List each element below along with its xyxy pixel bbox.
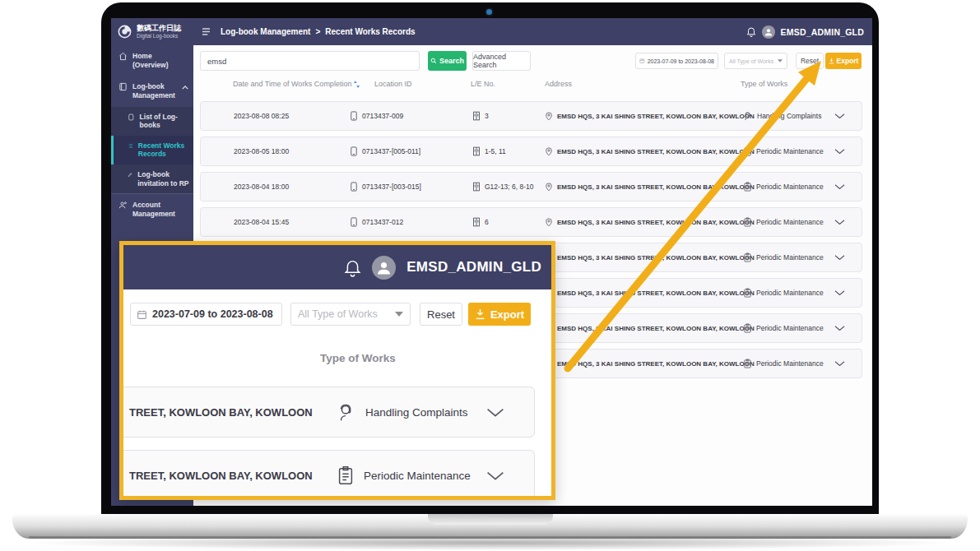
cell-location: 0713437-012 xyxy=(350,217,403,227)
periodic-maintenance-icon xyxy=(337,465,355,485)
cell-datetime: 2023-08-04 18:00 xyxy=(234,183,289,191)
column-header-datetime[interactable]: Date and Time of Works Completion xyxy=(233,80,360,88)
periodic-maintenance-icon xyxy=(743,217,752,227)
avatar[interactable] xyxy=(372,256,396,280)
sidebar-item-logbook-invitation[interactable]: Log-book invitation to RP xyxy=(111,164,193,193)
advanced-search-button[interactable]: Advanced Search xyxy=(472,51,531,71)
cell-type: Periodic Maintenance xyxy=(743,182,824,192)
handling-complaints-icon xyxy=(337,402,356,422)
sidebar-item-recent-works-records[interactable]: Recent Works Records xyxy=(111,136,193,164)
periodic-maintenance-icon xyxy=(743,182,752,192)
cell-type: Periodic Maintenance xyxy=(743,359,824,368)
cell-type: Periodic Maintenance xyxy=(364,470,471,482)
cell-address: EMSD HQS, 3 KAI SHING STREET, KOWLOON BA… xyxy=(545,217,755,227)
search-button[interactable]: Search xyxy=(428,51,467,71)
chevron-down-icon[interactable] xyxy=(834,361,845,367)
reset-label: Reset xyxy=(427,308,455,321)
logbook-icon xyxy=(118,82,128,91)
caret-down-icon xyxy=(395,312,403,317)
search-button-label: Search xyxy=(439,57,464,65)
cell-location: 0713437-[003-015] xyxy=(350,182,421,192)
search-input[interactable] xyxy=(200,51,420,71)
sort-icon xyxy=(354,81,360,88)
type-of-works-select[interactable]: All Type of Works xyxy=(724,53,787,69)
sidebar-item-account-management[interactable]: Account Management xyxy=(111,193,193,225)
calendar-icon xyxy=(137,309,147,320)
chevron-down-icon[interactable] xyxy=(834,149,845,155)
breadcrumb-current[interactable]: Recent Works Records xyxy=(325,27,415,36)
records-list-icon xyxy=(128,141,133,150)
lift-icon xyxy=(472,111,481,121)
periodic-maintenance-icon xyxy=(743,252,752,262)
reset-button[interactable]: Reset xyxy=(796,53,824,69)
date-range-value: 2023-07-09 to 2023-08-08 xyxy=(648,58,714,64)
cell-type: Periodic Maintenance xyxy=(743,146,824,156)
advanced-search-label: Advanced Search xyxy=(473,53,530,69)
sidebar-item-label: List of Log-books xyxy=(140,113,190,130)
chevron-down-icon[interactable] xyxy=(834,113,845,119)
sidebar-item-home[interactable]: Home (Overview) xyxy=(111,45,193,76)
export-button[interactable]: Export xyxy=(825,53,862,69)
sidebar-item-label: Log-book Management xyxy=(132,82,182,100)
table-row[interactable]: 2023-08-04 15:45 0713437-012 6 EMSD HQS,… xyxy=(200,207,862,237)
device-icon xyxy=(350,146,358,156)
zoom-callout: EMSD_ADMIN_GLD 2023-07-09 to 2023-08-08 … xyxy=(119,241,555,500)
periodic-maintenance-icon xyxy=(743,323,752,333)
cell-datetime: 2023-08-08 08:25 xyxy=(234,112,289,120)
cell-address: EMSD HQS, 3 KAI SHING STREET, KOWLOON BA… xyxy=(545,111,755,121)
app-subtitle: Digital Log-books xyxy=(137,33,181,39)
chevron-up-icon xyxy=(182,86,188,90)
cell-address-fragment: TREET, KOWLOON BAY, KOWLOON xyxy=(129,406,337,419)
lift-icon xyxy=(472,217,481,227)
chevron-down-icon[interactable] xyxy=(834,326,845,331)
chevron-down-icon[interactable] xyxy=(834,220,845,225)
sidebar-item-logbook-management[interactable]: Log-book Management xyxy=(111,76,193,106)
type-filter-value: All Type of Works xyxy=(298,308,378,320)
table-row[interactable]: TREET, KOWLOON BAY, KOWLOON Periodic Mai… xyxy=(119,450,535,500)
username[interactable]: EMSD_ADMIN_GLD xyxy=(781,27,864,37)
chevron-down-icon[interactable] xyxy=(834,184,845,190)
chevron-down-icon[interactable] xyxy=(486,471,504,480)
chevron-down-icon[interactable] xyxy=(834,290,845,296)
menu-icon[interactable] xyxy=(202,28,211,35)
export-label: Export xyxy=(837,57,859,65)
periodic-maintenance-icon xyxy=(743,288,752,298)
date-range-picker[interactable]: 2023-07-09 to 2023-08-08 xyxy=(130,303,282,326)
chevron-down-icon[interactable] xyxy=(486,408,504,417)
export-button[interactable]: Export xyxy=(468,303,531,326)
cell-location: 0713437-009 xyxy=(350,111,403,121)
bell-icon[interactable] xyxy=(746,26,756,37)
sidebar-item-label: Log-book invitation to RP xyxy=(137,170,190,188)
webcam-dot xyxy=(486,9,492,15)
bell-icon[interactable] xyxy=(344,258,361,277)
cell-address: EMSD HQS, 3 KAI SHING STREET, KOWLOON BA… xyxy=(545,323,755,333)
device-icon xyxy=(350,182,358,192)
invitation-icon xyxy=(128,170,132,179)
cell-datetime: 2023-08-05 18:00 xyxy=(234,147,289,155)
table-row[interactable]: 2023-08-08 08:25 0713437-009 3 EMSD HQS,… xyxy=(200,101,862,131)
reset-button[interactable]: Reset xyxy=(420,303,462,326)
sidebar-item-list-of-logbooks[interactable]: List of Log-books xyxy=(111,107,193,136)
avatar[interactable] xyxy=(762,25,775,39)
caret-down-icon xyxy=(778,59,783,63)
cell-address: EMSD HQS, 3 KAI SHING STREET, KOWLOON BA… xyxy=(545,359,755,368)
column-header-address: Address xyxy=(545,80,572,88)
breadcrumb-parent[interactable]: Log-book Management xyxy=(221,27,310,36)
table-row[interactable]: 2023-08-05 18:00 0713437-[005-011] 1-5, … xyxy=(200,137,862,166)
table-row[interactable]: 2023-08-04 18:00 0713437-[003-015] G12-1… xyxy=(200,172,862,201)
type-of-works-select[interactable]: All Type of Works xyxy=(290,303,411,326)
cell-type: Handling Complaints xyxy=(365,406,468,419)
cell-type: Periodic Maintenance xyxy=(743,252,824,262)
cell-location: 0713437-[005-011] xyxy=(350,146,420,156)
username[interactable]: EMSD_ADMIN_GLD xyxy=(406,259,541,276)
app-logo-icon xyxy=(117,24,132,39)
date-range-picker[interactable]: 2023-07-09 to 2023-08-08 xyxy=(635,53,718,69)
cell-le: 6 xyxy=(472,217,489,227)
cell-datetime: 2023-08-04 15:45 xyxy=(234,218,289,226)
breadcrumb-separator: > xyxy=(315,27,320,36)
table-row[interactable]: TREET, KOWLOON BAY, KOWLOON Handling Com… xyxy=(119,387,535,438)
sidebar-submenu: List of Log-books Recent Works Records L… xyxy=(111,107,193,194)
callout-topbar: EMSD_ADMIN_GLD xyxy=(123,245,551,289)
cell-address: EMSD HQS, 3 KAI SHING STREET, KOWLOON BA… xyxy=(545,146,755,156)
chevron-down-icon[interactable] xyxy=(834,255,845,261)
